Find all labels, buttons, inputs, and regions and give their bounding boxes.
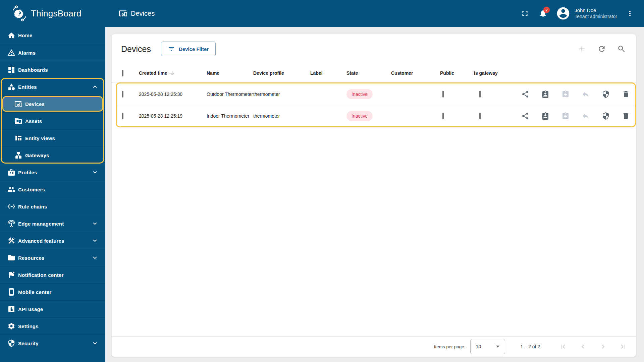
- notifications-button[interactable]: 2: [536, 6, 550, 21]
- first-page-button[interactable]: [559, 343, 567, 351]
- cell-created-time: 2025-05-28 12:25:30: [139, 92, 207, 97]
- rule-chains-icon: [7, 202, 15, 210]
- select-all-checkbox[interactable]: [122, 70, 123, 76]
- user-menu[interactable]: John Doe Tenant administrator: [556, 6, 617, 21]
- last-page-button[interactable]: [619, 343, 627, 351]
- chevron-down-icon: [91, 254, 99, 261]
- breadcrumb: Devices: [119, 9, 155, 18]
- more-menu-button[interactable]: [623, 6, 637, 21]
- column-header-created-time[interactable]: Created time: [139, 70, 167, 76]
- public-checkbox[interactable]: [442, 91, 444, 98]
- sidebar-item-home[interactable]: Home: [0, 27, 105, 44]
- filter-icon: [168, 46, 175, 52]
- page-range-label: 1 – 2 of 2: [521, 344, 540, 349]
- sidebar-item-resources[interactable]: Resources: [0, 249, 105, 266]
- app-logo[interactable]: ThingsBoard: [0, 5, 105, 21]
- row-checkbox[interactable]: [122, 91, 123, 98]
- customers-icon: [7, 185, 15, 193]
- column-header-is-gateway[interactable]: Is gateway: [474, 70, 519, 76]
- cell-name: Outdoor Thermometer: [207, 91, 253, 98]
- share-button[interactable]: [519, 109, 532, 123]
- device-filter-label: Device Filter: [179, 46, 209, 52]
- next-page-button[interactable]: [599, 343, 607, 351]
- column-header-customer[interactable]: Customer: [391, 70, 440, 76]
- devices-page-card: Devices Device Filter Created time Name: [112, 34, 636, 357]
- home-icon: [7, 32, 15, 40]
- public-checkbox[interactable]: [442, 113, 444, 119]
- settings-gear-icon: [7, 322, 15, 330]
- delete-button[interactable]: [619, 87, 633, 101]
- page-title: Devices: [121, 44, 151, 54]
- table-row[interactable]: 2025-05-28 12:25:19 Indoor Thermometer t…: [117, 105, 635, 126]
- cell-device-profile: thermometer: [253, 92, 310, 97]
- table-row[interactable]: 2025-05-28 12:25:30 Outdoor Thermometer …: [117, 83, 635, 105]
- unassign-button[interactable]: [579, 109, 592, 123]
- previous-page-button[interactable]: [579, 343, 587, 351]
- sidebar-item-mobile-center[interactable]: Mobile center: [0, 283, 105, 300]
- sidebar-item-assets[interactable]: Assets: [0, 112, 105, 129]
- assign-customer-icon: [541, 112, 549, 120]
- sidebar-item-entity-views[interactable]: Entity views: [0, 129, 105, 146]
- column-header-state[interactable]: State: [346, 70, 391, 76]
- share-button[interactable]: [519, 87, 532, 101]
- top-bar: ThingsBoard Devices 2 John Doe Tenant ad…: [0, 0, 644, 27]
- sidebar-item-alarms[interactable]: Alarms: [0, 44, 105, 61]
- delete-button[interactable]: [619, 109, 633, 123]
- sidebar-item-api-usage[interactable]: API usage: [0, 300, 105, 317]
- column-header-name[interactable]: Name: [207, 70, 253, 76]
- chevron-down-icon: [91, 220, 99, 227]
- first-page-icon: [559, 343, 567, 351]
- assign-to-customer-button[interactable]: [539, 109, 552, 123]
- claim-device-button[interactable]: [559, 109, 572, 123]
- column-header-device-profile[interactable]: Device profile: [253, 70, 310, 76]
- add-device-button[interactable]: [575, 42, 589, 56]
- sidebar-item-customers[interactable]: Customers: [0, 181, 105, 198]
- device-filter-button[interactable]: Device Filter: [161, 42, 216, 56]
- sidebar-item-edge-management[interactable]: Edge management: [0, 215, 105, 232]
- assign-to-customer-button[interactable]: [539, 87, 552, 101]
- sidebar-item-profiles[interactable]: Profiles: [0, 164, 105, 181]
- manage-credentials-button[interactable]: [599, 109, 612, 123]
- items-per-page-select[interactable]: 10: [470, 339, 505, 354]
- column-header-public[interactable]: Public: [440, 70, 474, 76]
- assets-icon: [14, 117, 22, 125]
- status-badge: Inactive: [346, 89, 373, 99]
- refresh-button[interactable]: [595, 42, 608, 56]
- is-gateway-checkbox[interactable]: [479, 91, 481, 98]
- sidebar-item-dashboards[interactable]: Dashboards: [0, 61, 105, 78]
- sidebar-item-gateways[interactable]: Gateways: [0, 146, 105, 164]
- highlighted-rows-group: 2025-05-28 12:25:30 Outdoor Thermometer …: [116, 82, 636, 127]
- avatar: [556, 6, 571, 21]
- claim-device-button[interactable]: [559, 87, 572, 101]
- paginator: Items per page: 10 1 – 2 of 2: [112, 336, 636, 357]
- sidebar-item-devices[interactable]: Devices: [0, 95, 105, 112]
- mobile-center-icon: [7, 288, 15, 296]
- chevron-down-icon: [91, 237, 99, 244]
- row-checkbox[interactable]: [122, 113, 123, 119]
- unassign-button[interactable]: [579, 87, 592, 101]
- trash-icon: [622, 112, 630, 120]
- sidebar-item-security[interactable]: Security: [0, 335, 105, 352]
- breadcrumb-label: Devices: [131, 10, 155, 17]
- is-gateway-checkbox[interactable]: [479, 113, 481, 119]
- share-icon: [521, 90, 529, 98]
- cell-created-time: 2025-05-28 12:25:19: [139, 113, 207, 119]
- chevron-up-icon: [91, 83, 99, 90]
- sidebar-item-rule-chains[interactable]: Rule chains: [0, 198, 105, 215]
- fullscreen-button[interactable]: [518, 6, 532, 21]
- profiles-icon: [7, 168, 15, 176]
- chevron-left-icon: [579, 343, 587, 351]
- security-shield-icon: [7, 339, 15, 347]
- sidebar-item-notification-center[interactable]: Notification center: [0, 266, 105, 283]
- assign-customer-icon: [541, 90, 549, 98]
- devices-breadcrumb-icon: [119, 9, 127, 18]
- sidebar-item-entities[interactable]: Entities: [0, 78, 105, 95]
- column-header-label[interactable]: Label: [310, 70, 346, 76]
- sidebar-item-advanced-features[interactable]: Advanced features: [0, 232, 105, 249]
- manage-credentials-button[interactable]: [599, 87, 612, 101]
- reply-arrow-icon: [582, 90, 590, 98]
- gateways-icon: [14, 151, 22, 159]
- sidebar-item-settings[interactable]: Settings: [0, 317, 105, 335]
- cell-name: Indoor Thermometer: [207, 113, 253, 119]
- search-button[interactable]: [615, 42, 628, 56]
